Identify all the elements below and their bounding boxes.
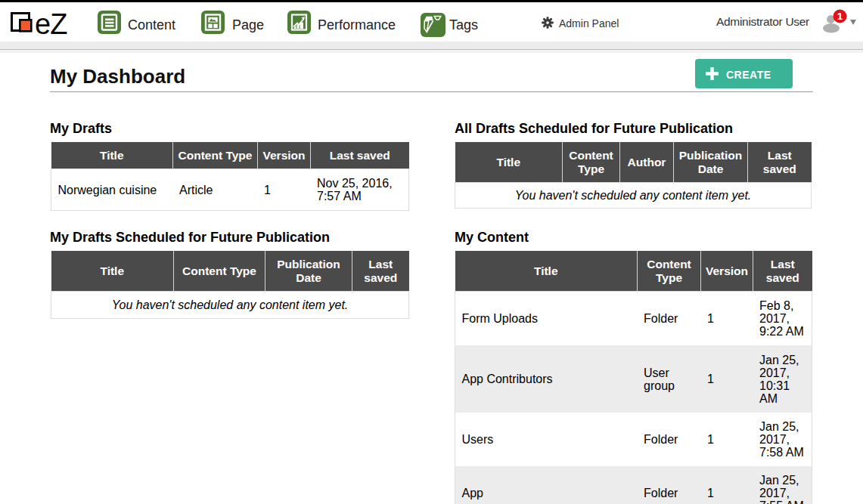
svg-text:1: 1 [837, 11, 843, 22]
